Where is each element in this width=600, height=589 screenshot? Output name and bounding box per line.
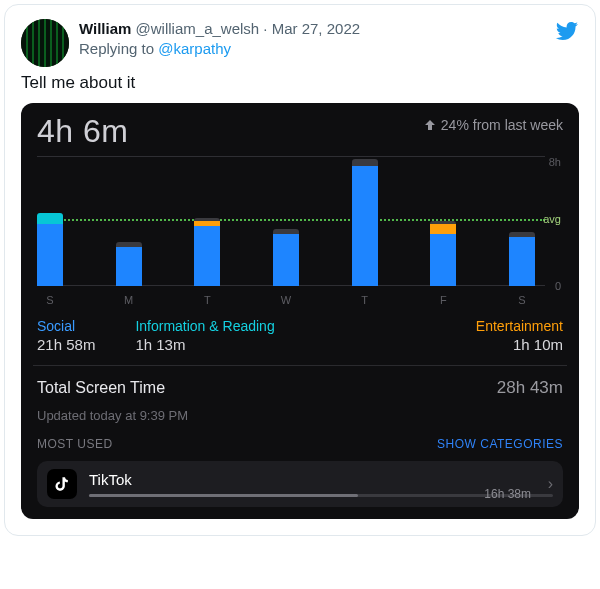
screentime-card: 4h 6m 24% from last week 8h 0 avg SMTWTF…: [21, 103, 579, 519]
show-categories-button[interactable]: SHOW CATEGORIES: [437, 437, 563, 451]
bars-container: [37, 156, 535, 286]
bar-4: [352, 159, 378, 286]
most-used-label: MOST USED: [37, 437, 113, 451]
category-summary: Social 21h 58m Information & Reading 1h …: [37, 318, 563, 353]
daily-average: 4h 6m: [37, 113, 128, 150]
tiktok-icon: [47, 469, 77, 499]
display-name[interactable]: William: [79, 20, 131, 37]
total-value: 28h 43m: [497, 378, 563, 398]
bar-2: [194, 218, 220, 286]
weekly-change: 24% from last week: [424, 117, 563, 133]
arrow-up-icon: [424, 119, 436, 131]
bar-0: [37, 213, 63, 286]
tweet-date[interactable]: Mar 27, 2022: [272, 20, 360, 37]
avatar[interactable]: [21, 19, 69, 67]
cat-ent-title: Entertainment: [476, 318, 563, 334]
handle[interactable]: @william_a_welsh: [136, 20, 260, 37]
app-time: 16h 38m: [484, 487, 531, 501]
bar-3: [273, 229, 299, 286]
app-name: TikTok: [89, 471, 553, 488]
chevron-right-icon: ›: [548, 475, 553, 493]
tweet-card: William @william_a_welsh · Mar 27, 2022 …: [4, 4, 596, 536]
y-bottom-label: 0: [555, 280, 561, 292]
cat-info-title: Information & Reading: [135, 318, 274, 334]
tweet-header: William @william_a_welsh · Mar 27, 2022: [79, 19, 555, 39]
reply-mention[interactable]: @karpathy: [158, 40, 231, 57]
total-label: Total Screen Time: [37, 379, 165, 397]
updated-text: Updated today at 9:39 PM: [37, 408, 563, 423]
cat-ent-value: 1h 10m: [476, 336, 563, 353]
cat-social-value: 21h 58m: [37, 336, 95, 353]
tweet-text: Tell me about it: [21, 73, 579, 93]
x-labels: SMTWTFS: [37, 294, 535, 306]
total-row[interactable]: Total Screen Time 28h 43m: [37, 378, 563, 398]
avg-label: avg: [543, 213, 561, 225]
weekly-chart: 8h 0 avg SMTWTFS: [37, 156, 563, 306]
cat-social-title: Social: [37, 318, 95, 334]
y-top-label: 8h: [549, 156, 561, 168]
cat-info-value: 1h 13m: [135, 336, 274, 353]
reply-line: Replying to @karpathy: [79, 39, 555, 59]
twitter-logo-icon[interactable]: [555, 19, 579, 43]
bar-6: [509, 232, 535, 286]
app-row-tiktok[interactable]: TikTok 16h 38m ›: [37, 461, 563, 507]
bar-1: [116, 242, 142, 286]
bar-5: [430, 221, 456, 286]
